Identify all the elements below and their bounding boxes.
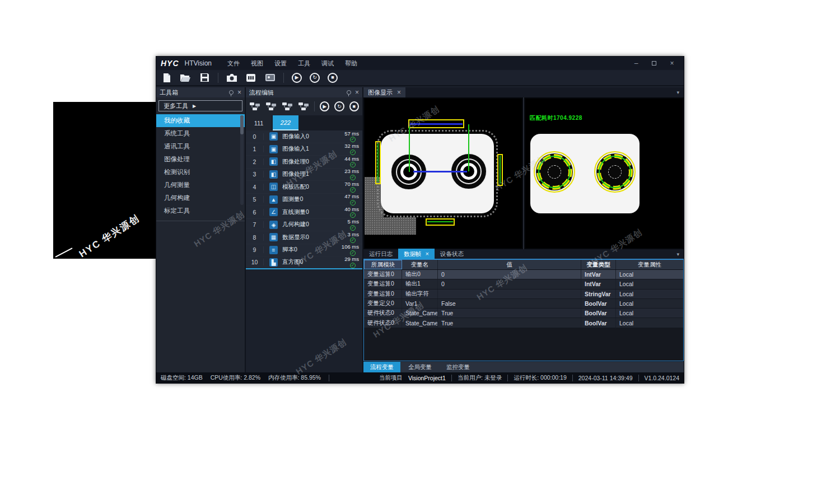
camera-view-2[interactable]: 匹配耗时1704.9228 [525,99,683,248]
flow-step-row[interactable]: 1 ▣ 图像输入1 32 ms✓ [246,143,362,156]
table-row[interactable]: 变量运算0 输出1 0 IntVar Local [364,279,683,289]
toolbox-item-detect[interactable]: 检测识别 [156,166,245,179]
cell-type: IntVar [581,279,616,288]
close-tab-icon[interactable]: × [426,251,429,257]
flow-stop-button[interactable]: ■ [349,101,359,111]
flow-tab-222[interactable]: 222 [273,115,298,130]
step-time: 3 ms [347,232,359,237]
menu-view[interactable]: 视图 [251,59,263,68]
script-icon: ≡ [269,246,278,254]
tab-run-log[interactable]: 运行日志 [363,249,398,259]
menu-debug[interactable]: 调试 [321,59,334,68]
tab-process-variables[interactable]: 流程变量 [363,362,400,372]
table-row[interactable]: 硬件状态0 State_Camer... True BoolVar Local [364,309,683,318]
step-status: 23 ms✓ [333,169,362,180]
tab-data-frame[interactable]: 数据帧 × [398,249,435,259]
flow-title: 流程编辑 [249,88,347,97]
flow-step-row[interactable]: 0 ▣ 图像输入0 57 ms✓ [246,130,362,143]
open-file-icon[interactable] [180,72,191,83]
toolbox-item-calibration[interactable]: 标定工具 [156,204,245,217]
close-panel-icon[interactable]: × [237,89,241,96]
chevron-down-icon[interactable]: ▾ [676,251,679,257]
image-display-area[interactable]: 匹配耗时1704.9228 [363,97,684,249]
flow-step-row[interactable]: 5 ▲ 圆测量0 47 ms✓ [246,194,362,207]
tab-monitor-variables[interactable]: 监控变量 [440,362,477,372]
toolbox-item-system[interactable]: 系统工具 [156,127,245,140]
close-button[interactable]: × [665,58,679,68]
run-button[interactable]: ▶ [292,73,302,83]
check-icon: ✓ [350,137,356,142]
step-status: 29 ms✓ [333,256,362,268]
close-panel-icon[interactable]: × [355,89,359,96]
stop-button[interactable]: ■ [328,73,338,83]
chevron-down-icon[interactable]: ▾ [676,90,679,95]
toolbox-item-geometry-measure[interactable]: 几何测量 [156,179,245,192]
watermark-text: HYC 华兴源创 [77,212,142,260]
toolbox-scrollbar[interactable] [240,115,244,205]
cell-name: State_Camer... [402,309,438,318]
col-value[interactable]: 值 [438,260,581,269]
toolbox-item-geometry-build[interactable]: 几何构建 [156,192,245,204]
insert-module-icon[interactable] [265,102,277,111]
toolbox-item-comm[interactable]: 通讯工具 [156,140,245,153]
pin-icon[interactable] [229,90,234,95]
check-icon: ✓ [350,225,356,231]
scrollbar-thumb[interactable] [240,115,244,134]
toolbox-item-image[interactable]: 图像处理 [156,153,245,166]
disk-space: 磁盘空间: 14GB [161,374,203,382]
tab-device-status[interactable]: 设备状态 [435,249,469,259]
flow-step-row[interactable]: 6 ∠ 直线测量0 40 ms✓ [246,206,362,219]
table-row[interactable]: 硬件状态0 State_Camer... True BoolVar Local [364,318,683,328]
cell-prop: Local [616,270,683,279]
menu-tools[interactable]: 工具 [298,59,310,68]
tab-image-display[interactable]: 图像显示 × [363,87,405,97]
menu-help[interactable]: 帮助 [345,59,357,68]
table-row[interactable]: 变量定义0 Var1 False BoolVar Local [364,299,683,309]
menubar: 文件 视图 设置 工具 调试 帮助 [227,59,357,68]
camera-view-1[interactable] [365,99,522,248]
col-name[interactable]: 变量名 [402,260,438,269]
minimize-button[interactable]: – [629,58,643,68]
col-module[interactable]: 所属模块 [364,260,402,269]
continuous-run-button[interactable]: ↻ [310,73,320,83]
flow-step-row[interactable]: 10 ▙ 直方图0 29 ms✓ [246,256,362,269]
flow-step-row[interactable]: 2 ◧ 图像处理0 44 ms✓ [246,156,362,169]
step-status: 70 ms✓ [333,181,362,193]
add-module-icon[interactable] [249,102,260,111]
camera-icon[interactable] [226,72,237,83]
col-prop[interactable]: 变量属性 [616,260,683,269]
new-file-icon[interactable] [161,72,172,83]
flow-loop-button[interactable]: ↻ [334,101,344,111]
device-grid-icon[interactable] [245,72,256,83]
flow-run-button[interactable]: ▶ [320,101,329,111]
more-tools-button[interactable]: 更多工具 ▶ [158,100,242,111]
flow-step-row[interactable]: 7 ◈ 几何构建0 5 ms✓ [246,219,362,232]
check-icon: ✓ [350,200,356,206]
flow-step-row[interactable]: 9 ≡ 脚本0 106 ms✓ [246,244,362,257]
table-empty-area [364,328,683,361]
menu-file[interactable]: 文件 [227,59,240,68]
toolbox-item-favorites[interactable]: 我的收藏 [156,114,245,127]
col-type[interactable]: 变量类型 [581,260,616,269]
menu-settings[interactable]: 设置 [274,59,287,68]
flow-tab-111[interactable]: 111 [246,115,272,130]
copy-module-icon[interactable] [282,102,293,111]
step-time: 32 ms [344,143,359,149]
flow-step-row[interactable]: 4 ◫ 模板匹配0 70 ms✓ [246,181,362,194]
delete-module-icon[interactable] [298,102,309,111]
step-name: 直线测量0 [282,208,333,216]
image-capture-icon[interactable] [264,72,276,83]
flow-step-row[interactable]: 8 ▦ 数据显示0 3 ms✓ [246,231,362,244]
view-divider [523,97,524,249]
close-tab-icon[interactable]: × [397,89,401,96]
measure-line-blue-top [410,123,463,125]
table-row[interactable]: 变量运算0 输出0 0 IntVar Local [364,270,683,279]
main-toolbar: ▶ ↻ ■ [156,70,684,86]
table-row[interactable]: 变量运算0 输出字符 StringVar Local [364,290,683,299]
status-bar: 磁盘空间: 14GB CPU使用率: 2.82% 内存使用率: 85.95% 当… [156,372,684,383]
pin-icon[interactable] [347,90,351,95]
maximize-button[interactable] [647,58,661,68]
flow-step-row[interactable]: 3 ◧ 图像处理1 23 ms✓ [246,169,362,181]
save-icon[interactable] [199,72,210,83]
tab-global-variables[interactable]: 全局变量 [402,362,438,372]
